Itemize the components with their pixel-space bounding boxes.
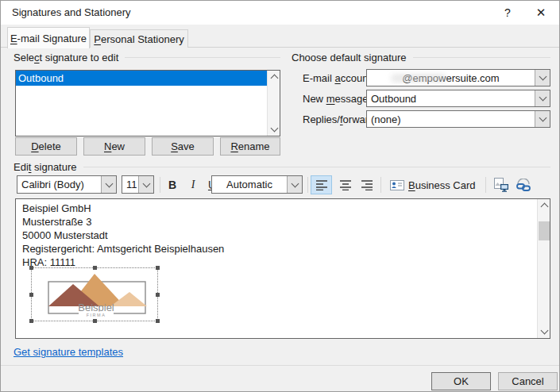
editor-scrollbar[interactable] [537,199,550,338]
scroll-down-icon[interactable] [268,123,280,136]
cancel-button[interactable]: Cancel [498,372,558,390]
resize-handle[interactable] [156,266,160,270]
default-signature-group-label: Choose default signature [292,52,550,63]
tab-personal-stationery[interactable]: Personal Stationery [90,29,188,48]
footer-divider [1,365,560,366]
signature-line: Registergericht: Amtsgericht Beispielhau… [22,242,224,256]
align-left-button[interactable] [311,175,332,194]
signature-line: 50000 Musterstadt [22,229,224,242]
scroll-up-icon[interactable] [538,199,550,212]
bold-icon: B [168,179,176,191]
edit-signature-group-label: Edit signature [14,161,550,173]
logo-subtitle: FIRMA [87,313,106,317]
new-messages-label: New messages: [303,93,377,105]
toolbar-separator [160,177,160,193]
signature-line: Beispiel GmbH [22,202,224,215]
signatures-and-stationery-dialog: Signatures and Stationery ? ✕ E-mail Sig… [0,0,560,392]
chevron-down-icon[interactable] [287,176,302,193]
group-divider-line [413,57,550,58]
list-item-signature[interactable]: Outbound [16,71,267,86]
scroll-up-icon[interactable] [268,71,280,83]
align-left-icon [315,179,328,190]
ok-button[interactable]: OK [431,372,491,390]
email-account-dropdown[interactable]: @empowersuite.com [366,69,550,86]
signature-listbox[interactable]: Outbound [15,70,280,136]
title-bar: Signatures and Stationery ? ✕ [1,1,559,25]
signature-editor[interactable]: Beispiel GmbH Musterstraße 3 50000 Muste… [15,198,550,339]
resize-handle[interactable] [93,266,97,270]
business-card-button[interactable]: Business Card [387,175,479,194]
group-divider-line [125,57,280,58]
scrollbar-thumb[interactable] [539,221,550,240]
delete-button[interactable]: Delete [15,137,77,156]
email-account-label: E-mail account: [303,72,374,84]
listbox-scrollbar[interactable] [267,71,280,136]
help-button[interactable]: ? [494,1,521,25]
rename-button[interactable]: Rename [220,137,280,156]
font-name-dropdown[interactable]: Calibri (Body) [17,175,117,194]
group-divider-line [83,167,550,167]
italic-button[interactable]: I [183,175,203,194]
font-color-dropdown[interactable]: Automatic [211,175,303,194]
insert-hyperlink-button[interactable] [513,175,534,194]
bold-button[interactable]: B [163,175,182,194]
align-center-button[interactable] [334,175,356,194]
select-signature-group-label: Select signature to edit [14,52,280,63]
resize-handle[interactable] [93,319,97,323]
insert-picture-icon [493,178,509,192]
company-logo: Beispiel FIRMA [36,271,153,317]
chevron-down-icon[interactable] [535,111,550,127]
align-right-button[interactable] [356,175,377,194]
signature-line: Musterstraße 3 [22,215,224,229]
replies-forwards-dropdown[interactable]: (none) [366,110,550,128]
new-button[interactable]: New [83,137,145,156]
logo-image-selection[interactable]: Beispiel FIRMA [31,267,158,321]
close-button[interactable]: ✕ [527,1,554,25]
scroll-down-icon[interactable] [538,325,550,338]
resize-handle[interactable] [156,293,160,297]
resize-handle[interactable] [29,266,33,270]
align-center-icon [339,179,352,190]
toolbar-separator [485,177,486,193]
chevron-down-icon[interactable] [101,176,116,193]
chevron-down-icon[interactable] [138,176,153,193]
tab-strip: E-mail Signature Personal Stationery [1,25,559,48]
business-card-icon [390,179,404,190]
resize-handle[interactable] [29,293,33,297]
insert-picture-button[interactable] [491,175,512,194]
resize-handle[interactable] [29,319,33,323]
signature-text[interactable]: Beispiel GmbH Musterstraße 3 50000 Muste… [22,202,224,269]
tab-email-signature[interactable]: E-mail Signature [7,27,90,48]
toolbar-separator [380,177,381,193]
chevron-down-icon[interactable] [535,90,550,106]
redacted-account-name [391,74,446,83]
save-button[interactable]: Save [152,137,214,156]
chevron-down-icon[interactable] [535,70,550,86]
italic-icon: I [191,179,195,191]
font-size-dropdown[interactable]: 11 [122,175,154,194]
resize-handle[interactable] [156,319,160,323]
window-title: Signatures and Stationery [12,1,131,25]
toolbar-separator [307,177,308,193]
get-signature-templates-link[interactable]: Get signature templates [14,346,123,358]
align-right-icon [361,179,373,190]
insert-hyperlink-icon [516,179,531,191]
help-icon: ? [504,6,511,19]
close-icon: ✕ [536,6,546,19]
new-messages-dropdown[interactable]: Outbound [366,90,550,107]
